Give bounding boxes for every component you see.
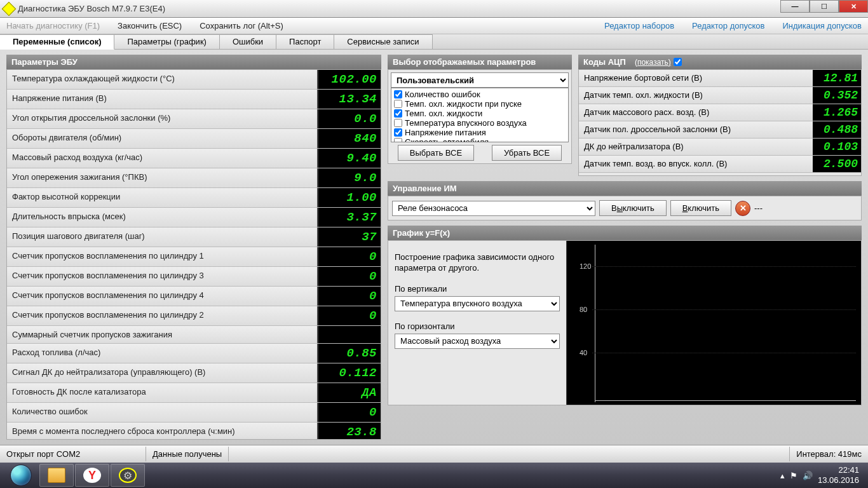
taskbar-yandex[interactable]: Y <box>75 464 109 487</box>
tray-flag-icon[interactable]: ⚑ <box>790 471 797 480</box>
adc-value: 0.352 <box>813 87 861 104</box>
check-item[interactable]: Количество ошибок <box>393 90 567 99</box>
tab-errors[interactable]: Ошибки <box>220 34 276 49</box>
tab-variables[interactable]: Переменные (список) <box>0 34 114 50</box>
param-label: Длительность впрыска (мсек) <box>7 208 317 227</box>
param-row: Обороты двигателя (об/мин)840 <box>7 129 381 149</box>
status-port: Открыт порт COM2 <box>0 447 146 461</box>
adc-show-link[interactable]: (показать) <box>635 58 671 67</box>
check-box[interactable] <box>394 90 402 98</box>
y-tick-120: 120 <box>580 262 591 270</box>
param-label: Расход топлива (л/час) <box>7 344 317 363</box>
maximize-button[interactable] <box>810 0 839 13</box>
adc-title: Коды АЦП <box>583 57 626 67</box>
adc-value: 2.500 <box>813 156 861 172</box>
y-tick-80: 80 <box>580 306 587 313</box>
app-icon <box>2 1 17 16</box>
im-device-dropdown[interactable]: Реле бензонасоса <box>392 201 595 216</box>
adc-header: Коды АЦП (показать) <box>578 55 862 69</box>
im-off-button[interactable]: Выключить <box>599 200 667 216</box>
im-on-button[interactable]: Включить <box>670 200 731 216</box>
tab-parameters[interactable]: Параметры (график) <box>114 34 219 49</box>
status-data: Данные получены <box>146 447 229 461</box>
param-label: Готовность ДК после катализатора <box>7 383 317 402</box>
im-close-button[interactable]: ✕ <box>735 201 750 216</box>
graph-h-select[interactable]: Массовый расход воздуха <box>395 334 560 349</box>
graph-controls: Построение графика зависимости одного па… <box>388 241 566 405</box>
tab-passport[interactable]: Паспорт <box>276 34 334 49</box>
tray-clock[interactable]: 22:41 13.06.2016 <box>818 465 859 485</box>
menu-start[interactable]: Начать диагностику (F1) <box>6 21 100 30</box>
param-select-header: Выбор отображаемых параметров <box>388 55 572 69</box>
param-value: 13.34 <box>317 90 381 109</box>
check-item[interactable]: Напряжение питания <box>393 128 567 137</box>
param-checklist[interactable]: Количество ошибокТемп. охл. жидкости при… <box>391 88 569 142</box>
window-title: Диагностика ЭБУ Bosch M7.9.7 E3(E4) <box>18 4 165 13</box>
param-label: Массовый расход воздуха (кг/час) <box>7 149 317 168</box>
param-value: 23.8 <box>317 423 381 440</box>
param-value: 0.85 <box>317 344 381 363</box>
check-item[interactable]: Скорость автомобиля <box>393 137 567 142</box>
param-row: Длительность впрыска (мсек)3.37 <box>7 208 381 227</box>
check-item[interactable]: Температура впускного воздуха <box>393 118 567 128</box>
taskbar-explorer[interactable] <box>39 464 74 487</box>
graph-v-select[interactable]: Температура впускного воздуха <box>395 296 560 311</box>
check-box[interactable] <box>394 109 402 118</box>
tray-sound-icon[interactable]: 🔊 <box>803 471 813 480</box>
param-label: Количество ошибок <box>7 403 317 422</box>
x-axis <box>595 400 856 401</box>
start-button[interactable] <box>4 463 38 488</box>
param-label: Счетчик пропусков воспламенения по цилин… <box>7 247 317 266</box>
adc-value: 1.265 <box>813 104 861 121</box>
menu-tolerance-indication[interactable]: Индикация допусков <box>782 21 862 30</box>
adc-label: Датчик темп. возд. во впуск. колл. (В) <box>579 156 813 172</box>
adc-value: 12.81 <box>813 70 861 86</box>
graph-panel: График y=F(x) Построение графика зависим… <box>388 226 862 440</box>
menu-savelog[interactable]: Сохранить лог (Alt+S) <box>200 21 283 30</box>
menu-stop[interactable]: Закончить (ESC) <box>118 21 182 30</box>
check-box[interactable] <box>394 100 402 108</box>
adc-value: 0.103 <box>813 139 861 155</box>
param-value: 1.00 <box>317 188 381 207</box>
tab-service[interactable]: Сервисные записи <box>334 34 432 49</box>
param-row: Готовность ДК после катализатораДА <box>7 383 381 403</box>
close-button[interactable] <box>839 0 868 13</box>
adc-label: Датчик темп. охл. жидкости (В) <box>579 87 813 104</box>
adc-row: Датчик темп. возд. во впуск. колл. (В)2.… <box>579 156 861 173</box>
ecu-body: Температура охлаждающей жидкости (°C)102… <box>6 69 381 440</box>
preset-dropdown[interactable]: Пользовательский <box>391 72 569 88</box>
select-all-button[interactable]: Выбрать ВСЕ <box>398 145 474 161</box>
param-select-body: Пользовательский Количество ошибокТемп. … <box>388 69 572 164</box>
taskbar-app[interactable]: ⚙ <box>111 464 145 487</box>
minimize-button[interactable] <box>780 0 810 13</box>
adc-row: ДК до нейтрализатора (В)0.103 <box>579 139 861 156</box>
check-item[interactable]: Темп. охл. жидкости при пуске <box>393 99 567 109</box>
check-box[interactable] <box>394 138 402 142</box>
param-row: Угол открытия дроссельной заслонки (%)0.… <box>7 109 381 129</box>
system-tray[interactable]: ▴ ⚑ 🔊 22:41 13.06.2016 <box>780 465 864 485</box>
adc-row: Датчик пол. дроссельной заслонки (В)0.48… <box>579 121 861 139</box>
adc-show-checkbox[interactable] <box>674 58 682 66</box>
im-extra: --- <box>754 203 763 213</box>
param-row: Счетчик пропусков воспламенения по цилин… <box>7 247 381 267</box>
graph-v-label: По вертикали <box>395 284 560 294</box>
param-row: Суммарный счетчик пропусков зажигания <box>7 326 381 344</box>
check-label: Напряжение питания <box>405 128 486 137</box>
clear-all-button[interactable]: Убрать ВСЕ <box>492 145 562 161</box>
menu-tolerance-editor[interactable]: Редактор допусков <box>692 21 764 30</box>
param-value: 3.37 <box>317 208 381 227</box>
check-box[interactable] <box>394 119 402 127</box>
param-label: Счетчик пропусков воспламенения по цилин… <box>7 267 317 286</box>
param-row: Время с момента последнего сброса контро… <box>7 423 381 440</box>
param-label: Напряжение питания (В) <box>7 90 317 109</box>
y-axis <box>595 245 595 402</box>
menu-set-editor[interactable]: Редактор наборов <box>604 21 674 30</box>
param-row: Напряжение питания (В)13.34 <box>7 90 381 109</box>
adc-value: 0.488 <box>813 121 861 138</box>
check-item[interactable]: Темп. охл. жидкости <box>393 109 567 118</box>
adc-label: ДК до нейтрализатора (В) <box>579 139 813 155</box>
param-label: Счетчик пропусков воспламенения по цилин… <box>7 287 317 306</box>
tray-arrow-icon[interactable]: ▴ <box>780 471 785 480</box>
check-box[interactable] <box>394 128 402 137</box>
param-label: Температура охлаждающей жидкости (°C) <box>7 70 317 89</box>
